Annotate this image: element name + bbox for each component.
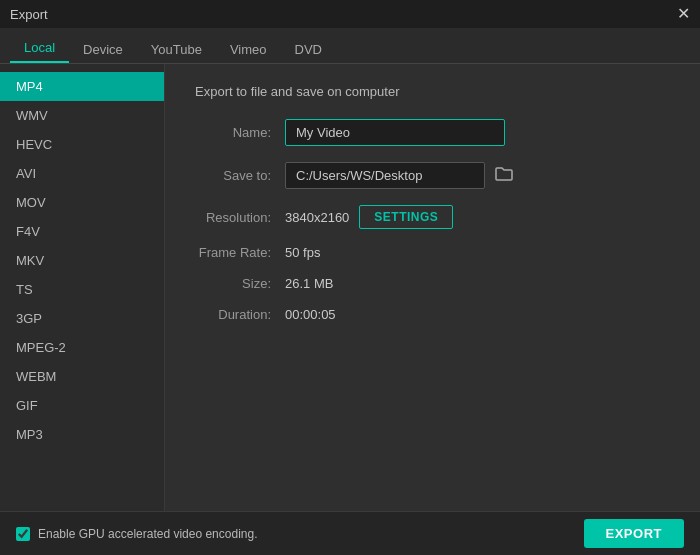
content-title: Export to file and save on computer (195, 84, 670, 99)
gpu-checkbox[interactable] (16, 527, 30, 541)
tab-youtube[interactable]: YouTube (137, 36, 216, 63)
frame-rate-value: 50 fps (285, 245, 320, 260)
duration-value: 00:00:05 (285, 307, 336, 322)
name-input[interactable] (285, 119, 505, 146)
save-to-row: Save to: (195, 162, 670, 189)
resolution-label: Resolution: (195, 210, 285, 225)
export-content: Export to file and save on computer Name… (165, 64, 700, 511)
resolution-row: Resolution: 3840x2160 SETTINGS (195, 205, 670, 229)
gpu-label-text: Enable GPU accelerated video encoding. (38, 527, 257, 541)
tab-local[interactable]: Local (10, 34, 69, 63)
save-to-label: Save to: (195, 168, 285, 183)
folder-browse-button[interactable] (491, 164, 517, 188)
name-row: Name: (195, 119, 670, 146)
sidebar-item-mp3[interactable]: MP3 (0, 420, 164, 449)
save-to-input[interactable] (285, 162, 485, 189)
tab-vimeo[interactable]: Vimeo (216, 36, 281, 63)
frame-rate-row: Frame Rate: 50 fps (195, 245, 670, 260)
tab-bar: Local Device YouTube Vimeo DVD (0, 28, 700, 64)
name-label: Name: (195, 125, 285, 140)
sidebar-item-3gp[interactable]: 3GP (0, 304, 164, 333)
title-bar: Export ✕ (0, 0, 700, 28)
sidebar-item-ts[interactable]: TS (0, 275, 164, 304)
size-label: Size: (195, 276, 285, 291)
size-row: Size: 26.1 MB (195, 276, 670, 291)
format-sidebar: MP4 WMV HEVC AVI MOV F4V MKV TS 3GP MPEG… (0, 64, 165, 511)
main-area: MP4 WMV HEVC AVI MOV F4V MKV TS 3GP MPEG… (0, 64, 700, 511)
window-title: Export (10, 7, 48, 22)
sidebar-item-gif[interactable]: GIF (0, 391, 164, 420)
resolution-wrapper: 3840x2160 SETTINGS (285, 205, 453, 229)
duration-label: Duration: (195, 307, 285, 322)
tab-device[interactable]: Device (69, 36, 137, 63)
sidebar-item-mkv[interactable]: MKV (0, 246, 164, 275)
resolution-value: 3840x2160 (285, 210, 349, 225)
frame-rate-label: Frame Rate: (195, 245, 285, 260)
sidebar-item-webm[interactable]: WEBM (0, 362, 164, 391)
close-button[interactable]: ✕ (677, 6, 690, 22)
sidebar-item-mp4[interactable]: MP4 (0, 72, 164, 101)
export-button[interactable]: EXPORT (584, 519, 684, 548)
sidebar-item-wmv[interactable]: WMV (0, 101, 164, 130)
gpu-label[interactable]: Enable GPU accelerated video encoding. (16, 527, 257, 541)
sidebar-item-f4v[interactable]: F4V (0, 217, 164, 246)
bottom-bar: Enable GPU accelerated video encoding. E… (0, 511, 700, 555)
duration-row: Duration: 00:00:05 (195, 307, 670, 322)
save-to-wrapper (285, 162, 517, 189)
sidebar-item-hevc[interactable]: HEVC (0, 130, 164, 159)
settings-button[interactable]: SETTINGS (359, 205, 453, 229)
sidebar-item-mpeg2[interactable]: MPEG-2 (0, 333, 164, 362)
folder-icon (495, 166, 513, 182)
sidebar-item-mov[interactable]: MOV (0, 188, 164, 217)
size-value: 26.1 MB (285, 276, 333, 291)
sidebar-item-avi[interactable]: AVI (0, 159, 164, 188)
tab-dvd[interactable]: DVD (281, 36, 336, 63)
